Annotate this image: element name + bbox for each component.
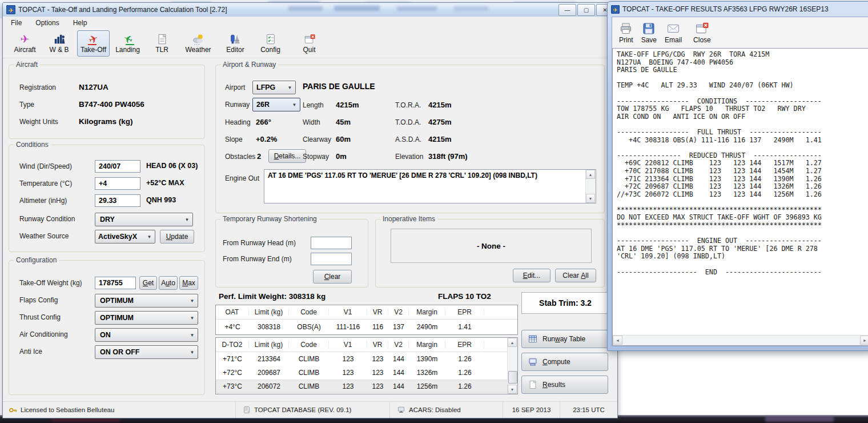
table-row[interactable]: +4°C 308318 OBS(A) 111-116 116 137 2490m… [216,320,517,334]
inoperative-items-list[interactable]: - None - [391,229,592,263]
toolbar-quit-button[interactable]: Quit [293,30,326,57]
menu-help[interactable]: Help [73,19,87,27]
label-text: M [182,279,188,287]
edit-button[interactable]: Edit... [513,269,550,282]
toolbar-config-button[interactable]: Config [254,30,287,57]
minimize-button[interactable]: — [558,4,576,16]
scroll-down-icon[interactable]: ▼ [508,385,517,394]
menubar: File Options Help [3,17,617,30]
auto-button[interactable]: Auto [159,276,178,290]
temperature-info: +52°C MAX [146,179,184,187]
toolbar-label: Weather [185,46,211,54]
clear-button[interactable]: Clear [313,270,352,284]
thrust-select[interactable]: OPTIMUM ▼ [95,311,198,325]
cell-code: CLIMB [289,369,329,377]
registration-label: Registration [19,83,56,91]
aircraft-group: Aircraft Registration N127UA Type B747-4… [9,65,205,139]
airport-select[interactable]: LFPG ▼ [252,81,296,94]
get-button[interactable]: Get [139,276,157,290]
engine-out-scrollbar[interactable]: ▲ ▼ [585,170,596,203]
temperature-input[interactable] [95,177,140,190]
results-page-icon [528,380,538,390]
cell-limit: 206072 [249,382,289,390]
toolbar-aircraft-button[interactable]: ✈ Aircraft [9,30,41,57]
from-end-label: From Runway End (m) [223,255,292,263]
cell-v1: 111-116 [329,323,367,331]
details-button[interactable]: Details... [268,149,306,163]
compute-button[interactable]: Compute [521,353,608,371]
column-header: V2 [388,308,409,316]
close-results-button[interactable]: Close [693,22,711,44]
cell-epr: 1.26 [445,382,484,390]
table-row-selected[interactable]: +73°C 206072 CLIMB 123 123 144 1256m 1.2… [216,380,517,393]
scroll-right-icon[interactable]: ► [860,336,868,345]
max-button[interactable]: Max [179,276,198,290]
tow-input[interactable] [95,277,136,289]
menu-options[interactable]: Options [35,19,59,27]
save-icon [642,22,656,35]
antiice-select[interactable]: ON OR OFF ▼ [95,345,198,359]
stab-trim-box: Stab Trim: 3.2 [521,292,609,314]
wind-label: Wind (Dir/Speed) [19,162,72,170]
wind-input[interactable] [95,160,140,173]
column-header: Code [289,341,329,349]
toolbar-editor-button[interactable]: Editor [218,30,252,57]
toolbar-label: Email [665,36,682,44]
label-text: D [274,152,279,160]
menu-file[interactable]: File [11,19,22,27]
width-label: Width [303,118,320,126]
compute-icon [528,357,538,367]
runway-label: Runway [225,101,250,109]
cell-vr: 123 [367,382,388,390]
aircond-select[interactable]: ON ▼ [95,328,198,342]
label-text: etails... [279,152,300,160]
update-button[interactable]: Update [160,230,194,244]
label-text: lear [329,273,340,281]
runway-condition-select[interactable]: DRY ▼ [95,213,193,226]
report-horizontal-scrollbar[interactable]: ◄ ► [613,335,868,345]
runway-table-button[interactable]: Runway Table [521,330,608,348]
toolbar-landing-button[interactable]: ✈ Landing [111,30,144,57]
toolbar-weather-button[interactable]: Weather [180,30,216,57]
toolbar-takeoff-button[interactable]: ✈ Take-Off [77,30,110,57]
toolbar-tlr-button[interactable]: TLR [146,30,178,57]
from-head-input[interactable] [311,237,352,249]
table-row[interactable]: +72°C 209687 CLIMB 123 123 144 1326m 1.2… [216,366,517,380]
scrollbar-thumb[interactable] [508,371,517,384]
cell-v2: 137 [388,323,409,331]
engine-out-field[interactable]: AT 16 DME 'PGS' 117.05 RT TO 'MERUE' [26… [264,169,596,203]
cell-epr: 1.26 [445,369,484,377]
toolbar-label: Quit [303,46,315,54]
toolbar-wb-button[interactable]: W & B [43,30,75,57]
chevron-down-icon: ▼ [188,333,196,338]
clear-all-button[interactable]: Clear All [555,269,596,282]
flaps-select[interactable]: OPTIMUM ▼ [95,294,198,308]
scroll-down-icon[interactable]: ▼ [586,194,595,203]
scroll-left-icon[interactable]: ◄ [613,336,622,345]
cell-code: CLIMB [289,382,329,390]
scroll-up-icon[interactable]: ▲ [586,170,595,179]
save-button[interactable]: Save [641,22,657,44]
length-value: 4215m [336,101,359,109]
maximize-button[interactable]: ▢ [577,4,595,16]
aircond-value: ON [100,331,111,339]
altimeter-input[interactable] [95,194,140,207]
from-end-input[interactable] [311,253,352,265]
column-header: EPR [445,341,484,349]
chevron-down-icon: ▼ [188,350,196,355]
length-label: Length [303,101,324,109]
from-head-label: From Runway Head (m) [223,239,296,247]
weather-source-select[interactable]: ActiveSkyX ▼ [95,230,155,244]
column-header: EPR [445,308,484,316]
toolbar-label: TLR [155,46,168,54]
results-button[interactable]: Results [521,376,608,394]
group-title: Conditions [14,141,51,149]
print-button[interactable]: Print [619,22,633,44]
airport-label: Airport [225,83,245,91]
email-button[interactable]: Email [665,22,682,44]
scroll-up-icon[interactable]: ▲ [508,338,517,347]
runway-select[interactable]: 26R ▼ [252,98,300,111]
table-row[interactable]: +71°C 213364 CLIMB 123 123 144 1390m 1.2… [216,352,517,366]
weight-balance-icon [53,34,66,45]
table-scrollbar[interactable]: ▲ ▼ [507,338,517,394]
